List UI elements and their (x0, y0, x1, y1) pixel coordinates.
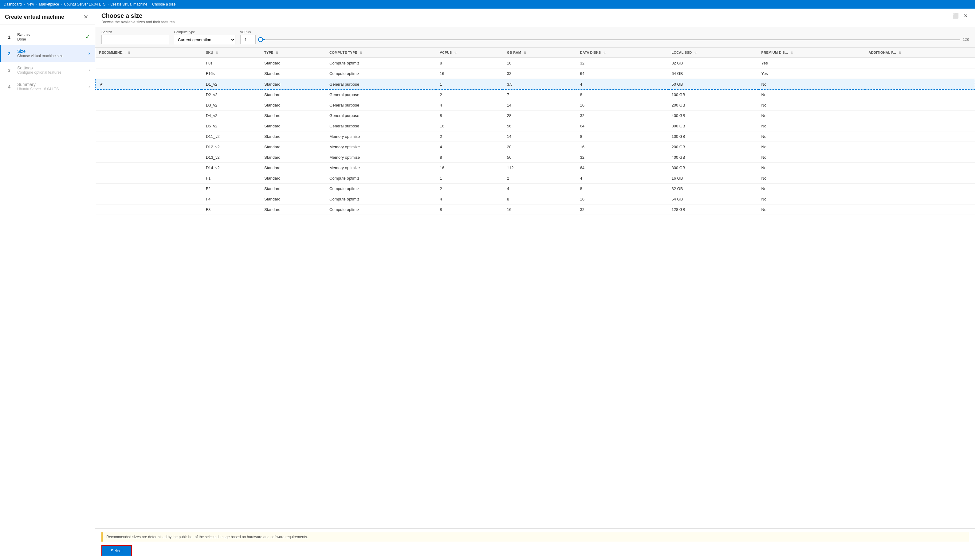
breadcrumb-ubuntu[interactable]: Ubuntu Server 16.04 LTS (64, 2, 105, 7)
search-input[interactable] (101, 35, 169, 44)
step-number-2: 2 (5, 49, 13, 58)
table-row[interactable]: F8sStandardCompute optimiz8163232 GBYes (95, 58, 975, 68)
left-panel: Create virtual machine ✕ 1 Basics Done ✓… (0, 8, 95, 560)
right-panel: Choose a size Browse the available sizes… (95, 8, 975, 560)
panel-close-button[interactable]: ✕ (962, 12, 969, 19)
vcpu-input[interactable] (240, 35, 256, 44)
table-row[interactable]: D11_v2StandardMemory optimize2148100 GBN… (95, 132, 975, 142)
step-number-4: 4 (5, 82, 13, 91)
bottom-bar: Recommended sizes are determined by the … (95, 528, 975, 560)
vm-size-table-container: RECOMMEND... ⇅ SKU ⇅ TYPE ⇅ COMPUTE TYPE… (95, 48, 975, 528)
table-row[interactable]: F4StandardCompute optimiz481664 GBNo (95, 194, 975, 205)
vcpu-slider[interactable] (258, 39, 960, 40)
steps-container: 1 Basics Done ✓ 2 Size Choose virtual ma… (0, 25, 95, 560)
breadcrumb-new[interactable]: New (27, 2, 34, 7)
table-row[interactable]: F8StandardCompute optimiz81632128 GBNo (95, 205, 975, 215)
step-number-3: 3 (5, 66, 13, 74)
col-recommended[interactable]: RECOMMEND... ⇅ (95, 48, 202, 58)
col-vcpus[interactable]: VCPUS ⇅ (436, 48, 503, 58)
step-sublabel-settings: Configure optional features (17, 70, 86, 75)
breadcrumb-current: Choose a size (152, 2, 176, 7)
table-row[interactable]: D12_v2StandardMemory optimize42816200 GB… (95, 142, 975, 152)
close-button[interactable]: ✕ (82, 13, 90, 21)
recommendation-note: Recommended sizes are determined by the … (101, 532, 969, 542)
breadcrumb-create-vm[interactable]: Create virtual machine (110, 2, 147, 7)
col-data-disks[interactable]: DATA DISKS ⇅ (577, 48, 668, 58)
filter-bar: Search Compute type Current generation A… (95, 27, 975, 48)
table-row[interactable]: ★D1_v2StandardGeneral purpose13.5450 GBN… (95, 79, 975, 90)
table-row[interactable]: F2StandardCompute optimiz24832 GBNo (95, 183, 975, 194)
panel-title: Choose a size (101, 12, 174, 19)
col-sku[interactable]: SKU ⇅ (202, 48, 261, 58)
step-label-basics: Basics (17, 32, 83, 37)
table-row[interactable]: F16sStandardCompute optimiz16326464 GBYe… (95, 68, 975, 79)
breadcrumb-marketplace[interactable]: Marketplace (39, 2, 59, 7)
table-row[interactable]: D5_v2StandardGeneral purpose165664800 GB… (95, 121, 975, 132)
left-panel-header: Create virtual machine ✕ (0, 8, 95, 25)
star-icon: ★ (99, 82, 103, 87)
compute-type-label: Compute type (174, 30, 235, 34)
vcpu-max-label: 128 (963, 37, 969, 42)
step-summary[interactable]: 4 Summary Ubuntu Server 16.04 LTS › (0, 78, 95, 95)
search-label: Search (101, 30, 169, 34)
table-row[interactable]: F1StandardCompute optimiz12416 GBNo (95, 173, 975, 183)
col-compute-type[interactable]: COMPUTE TYPE ⇅ (326, 48, 436, 58)
step-label-summary: Summary (17, 82, 86, 87)
vcpu-label: vCPUs (240, 30, 969, 34)
step-number-1: 1 (5, 33, 13, 41)
step-basics[interactable]: 1 Basics Done ✓ (0, 28, 95, 45)
table-header-row: RECOMMEND... ⇅ SKU ⇅ TYPE ⇅ COMPUTE TYPE… (95, 48, 975, 58)
step-arrow-icon-size: › (89, 51, 90, 56)
table-row[interactable]: D14_v2StandardMemory optimize1611264800 … (95, 163, 975, 173)
vm-size-table: RECOMMEND... ⇅ SKU ⇅ TYPE ⇅ COMPUTE TYPE… (95, 48, 975, 215)
col-type[interactable]: TYPE ⇅ (261, 48, 326, 58)
step-settings[interactable]: 3 Settings Configure optional features › (0, 62, 95, 78)
vm-table-body: F8sStandardCompute optimiz8163232 GBYesF… (95, 58, 975, 215)
table-row[interactable]: D3_v2StandardGeneral purpose41416200 GBN… (95, 100, 975, 110)
maximize-button[interactable]: ⬜ (952, 12, 960, 19)
step-check-icon: ✓ (85, 33, 90, 40)
panel-subtitle: Browse the available sizes and their fea… (101, 20, 174, 24)
table-row[interactable]: D4_v2StandardGeneral purpose82832400 GBN… (95, 110, 975, 121)
step-arrow-icon-summary: › (89, 84, 90, 89)
col-additional-f[interactable]: ADDITIONAL F... ⇅ (865, 48, 975, 58)
table-row[interactable]: D13_v2StandardMemory optimize85632400 GB… (95, 152, 975, 163)
breadcrumb: Dashboard › New › Marketplace › Ubuntu S… (0, 0, 975, 8)
col-premium-dis[interactable]: PREMIUM DIS... ⇅ (758, 48, 865, 58)
step-sublabel-summary: Ubuntu Server 16.04 LTS (17, 87, 86, 91)
select-button[interactable]: Select (101, 545, 132, 556)
create-vm-title: Create virtual machine (5, 14, 64, 20)
step-label-settings: Settings (17, 65, 86, 70)
step-arrow-icon-settings: › (89, 67, 90, 73)
col-local-ssd[interactable]: LOCAL SSD ⇅ (668, 48, 758, 58)
col-gb-ram[interactable]: GB RAM ⇅ (503, 48, 577, 58)
step-sublabel-size: Choose virtual machine size (17, 54, 86, 58)
table-row[interactable]: D2_v2StandardGeneral purpose278100 GBNo (95, 90, 975, 100)
step-size[interactable]: 2 Size Choose virtual machine size › (0, 45, 95, 62)
step-label-size: Size (17, 49, 86, 54)
step-sublabel-basics: Done (17, 37, 83, 42)
right-panel-header: Choose a size Browse the available sizes… (95, 8, 975, 27)
breadcrumb-dashboard[interactable]: Dashboard (4, 2, 22, 7)
compute-type-select[interactable]: Current generation All Previous generati… (174, 35, 235, 44)
